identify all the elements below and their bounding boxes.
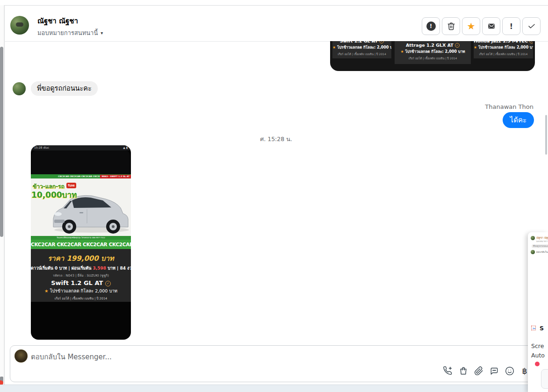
toast-thumbnail-row1: ณัฐชา ณัฐชา มอบหมายการสนทนานี้	[531, 236, 548, 243]
promo-text: โปรข้าวแลกลด กิโลละ 2,000 บาท	[50, 288, 117, 293]
emoji-button[interactable]	[504, 366, 515, 376]
star-icon: ★	[467, 21, 476, 31]
bottom-window-strip	[0, 385, 548, 392]
smiley-icon	[505, 366, 514, 376]
star-icon: ★	[400, 50, 404, 54]
chevron-down-icon: ▾	[101, 30, 103, 36]
ad-contact-line: รับแลกเปลี่ยนรถทุกชนิดทุกรุ่น โทรสอบถาม …	[31, 236, 131, 240]
reply-container	[10, 345, 536, 382]
phone-plus-icon	[443, 366, 453, 376]
sender-label: Thanawan Thon	[485, 103, 534, 110]
avatar	[531, 250, 535, 254]
car-ad-image-message[interactable]: 15:28 dtac ▲ ▮ CKC2CAR CKC2CAR CKC2CAR C…	[31, 145, 131, 340]
toast-thumbnail-row2: ตอบกลับใน Messenger	[531, 250, 548, 254]
collage-card-left: Swift 1.2 GL AT ✓ ★ โปรข้าวแลกลด กิโลละ:…	[332, 41, 391, 58]
saved-replies-button[interactable]	[489, 366, 500, 376]
trash-icon	[447, 22, 455, 30]
toast-action-button[interactable]	[541, 369, 548, 389]
ad-ticker-band: CKC2CAR CKC2CAR CKC2CAR CKC2CAR CKC2CAR …	[31, 240, 131, 249]
avatar	[531, 236, 535, 240]
attach-button[interactable]	[473, 366, 484, 376]
toast-title-row: ✂ S	[531, 325, 544, 332]
collage-card-promo: โปรข้าวแลกลด กิโลละ: 2,000 บาท	[405, 50, 465, 54]
check-badge-icon: ✓	[379, 41, 384, 43]
star-icon: ★	[44, 288, 49, 293]
assign-conversation-dropdown[interactable]: มอบหมายการสนทนานี้ ▾	[37, 28, 103, 38]
screenshot-toast[interactable]: ณัฐชา ณัฐชา มอบหมายการสนทนานี้ พี่ขอดูรถ…	[528, 232, 548, 392]
collage-card-promo: โปรข้าวแลกลด กิโลละ: 2,000 บาท	[337, 45, 391, 50]
collage-card-title: Attrage 1.2 GLX AT	[406, 43, 454, 48]
thumb-sub: มอบหมายการสนทนานี้	[536, 240, 548, 243]
thumb-name: ณัฐชา ณัฐชา	[536, 236, 548, 240]
snipping-tool-icon: ✂	[531, 326, 537, 331]
finance-post: บาท | 84 งวด	[106, 266, 131, 271]
ad-black-header	[32, 150, 130, 174]
messenger-inbox-screen: ณัฐชา ณัฐชา มอบหมายการสนทนานี้ ▾ ! ★ ! S…	[0, 0, 548, 392]
mark-unread-button[interactable]	[482, 17, 500, 35]
status-time: 15:28 dtac	[34, 146, 49, 150]
ad-corner-tag: N043 - SWIFT 1.2 GL AT	[100, 175, 131, 178]
ad-specs-line: เกียร์ ออโต้ | เชื้อเพลิง เบนซิน | ปี 20…	[31, 296, 131, 301]
exclamation-icon: !	[510, 22, 513, 31]
report-button[interactable]: !	[422, 17, 440, 35]
envelope-icon	[487, 22, 496, 30]
toast-body-line1: Scre	[531, 342, 544, 349]
collage-card-specs: เกียร์ ออโต้ | เชื้อเพลิง เบนซิน | ปี 20…	[332, 52, 391, 57]
finance-highlight: 3,598	[93, 266, 106, 271]
contact-avatar-small	[13, 82, 26, 95]
toast-title: S	[540, 325, 544, 332]
contact-name: ณัฐชา ณัฐชา	[37, 15, 78, 27]
collage-card-promo: โปรข้าวแลกลด กิโลละ 2,000 บาท	[478, 45, 533, 50]
ad-promo-line2: 10,000บาท	[31, 188, 77, 201]
assign-conversation-label: มอบหมายการสนทนานี้	[37, 28, 98, 38]
flag-important-button[interactable]: !	[502, 17, 520, 35]
paperclip-icon	[474, 366, 483, 376]
collage-card-middle: Attrage 1.2 GLX AT ✓ ★ โปรข้าวแลกลด กิโล…	[395, 41, 471, 64]
status-icons: ▲ ▮	[123, 146, 128, 150]
ad-model-name: Swift 1.2 GL AT ✓	[31, 279, 131, 286]
call-button[interactable]	[442, 366, 454, 376]
reply-input[interactable]: ตอบกลับใน Messenger...	[31, 351, 112, 363]
shop-button[interactable]	[458, 366, 469, 376]
ad-finance-line: ดาวน์เริ่มต้น 0 บาท | ผ่อนเริ่มต้น 3,598…	[31, 265, 131, 271]
collage-card-right: Honda Jazz 1.5 i-VTEC ✓ ★ โปรข้าวแลกลด ก…	[474, 41, 533, 58]
left-scrollbar-thumb[interactable]	[0, 47, 3, 237]
check-badge-icon: ✓	[529, 41, 533, 43]
check-badge-icon: ✓	[455, 43, 460, 48]
comment-dots-icon	[490, 366, 499, 376]
star-button[interactable]: ★	[462, 17, 480, 35]
incoming-message-bubble: พี่ขอดูรถก่อนนะคะ	[31, 81, 98, 96]
ad-price: ราคา 199,000 บาท	[31, 253, 131, 264]
check-badge-icon: ✓	[105, 281, 111, 286]
thumb-bubble: พี่ขอดูรถก่อนนะคะ	[532, 244, 548, 248]
collage-card-title: Swift 1.2 GL AT	[340, 41, 378, 43]
car-collage-image-message[interactable]: Swift 1.2 GL AT ✓ ★ โปรข้าวแลกลด กิโลละ:…	[330, 41, 535, 71]
thumb-text: ตอบกลับใน Messenger	[536, 250, 548, 254]
ad-info-panel: ราคา 199,000 บาท ดาวน์เริ่มต้น 0 บาท | ผ…	[31, 249, 131, 302]
mark-done-button[interactable]	[522, 17, 541, 35]
star-icon: ★	[332, 45, 336, 50]
finance-pre: ดาวน์เริ่มต้น 0 บาท | ผ่อนเริ่มต้น	[31, 266, 93, 271]
check-icon	[527, 22, 536, 30]
shopping-bag-icon	[459, 366, 468, 376]
page-avatar	[14, 349, 28, 363]
collage-card-specs: เกียร์ ออโต้ | เชื้อเพลิง เบนซิน | ปี 20…	[474, 52, 533, 57]
ad-code-line: รหัสรถ : N043 | ยี่ห้อ : SUZUKI (ซูซูกิ)	[31, 273, 131, 278]
timestamp: ศ. 15:28 น.	[4, 135, 548, 144]
report-icon: !	[426, 21, 436, 31]
ad-car-photo: ข้าว-แลก-รถ รับลด 10,000บาท	[31, 178, 131, 236]
notification-badge	[535, 362, 540, 366]
contact-avatar[interactable]	[10, 16, 29, 35]
scissors-icon: ✂	[533, 327, 536, 331]
ad-promo-line: ★ โปรข้าวแลกลด กิโลละ 2,000 บาท	[31, 287, 131, 294]
star-icon: ★	[474, 45, 477, 50]
outgoing-message-bubble: ได้คะ	[503, 112, 534, 128]
toast-body-line2: Auto	[531, 352, 545, 359]
collage-card-specs: เกียร์ ออโต้ | เชื้อเพลิง เบนซิน | ปี 20…	[395, 56, 471, 61]
baht-icon: ฿	[522, 366, 527, 376]
ad-promo-badge: รับลด	[66, 183, 76, 188]
delete-button[interactable]	[442, 17, 460, 35]
collage-card-title: Honda Jazz 1.5 i-VTEC	[474, 41, 528, 43]
phone-status-bar: 15:28 dtac ▲ ▮	[31, 145, 131, 150]
model-text: Swift 1.2 GL AT	[51, 279, 103, 286]
